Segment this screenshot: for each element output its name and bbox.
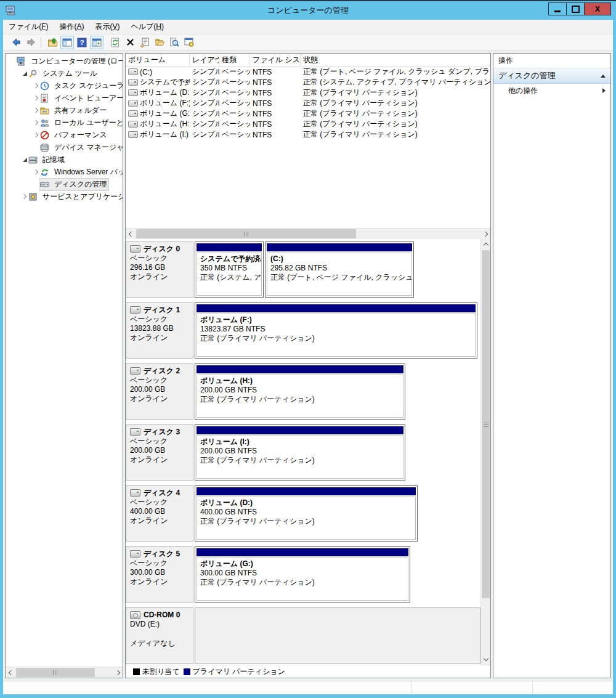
disk-size: 296.16 GB	[130, 263, 189, 272]
layout: シンプル	[190, 67, 219, 77]
actions-more-actions[interactable]: 他の操作	[493, 84, 610, 97]
tree-item[interactable]: 記憶域	[6, 153, 123, 166]
tree-item[interactable]: サービスとアプリケーション	[6, 190, 123, 203]
menu-item-0[interactable]: ファイル(F)	[3, 20, 54, 34]
menu-item-3[interactable]: ヘルプ(H)	[126, 20, 170, 34]
find-icon[interactable]	[168, 36, 181, 49]
column-header-2[interactable]: 種類	[219, 54, 250, 66]
disk-info[interactable]: ディスク 5ベーシック300.00 GBオンライン	[126, 546, 193, 603]
volume-row[interactable]: システムで予約済みシンプルベーシックNTFS正常 (システム, アクティブ, プ…	[126, 77, 490, 87]
tree-item[interactable]: 共有フォルダー	[6, 104, 123, 116]
disk-type: ベーシック	[130, 559, 189, 568]
tree-item[interactable]: ディスクの管理	[6, 178, 123, 190]
expand-arrow-icon[interactable]	[33, 108, 40, 112]
volume-row[interactable]: ボリューム (H:)シンプルベーシックNTFS正常 (プライマリ パーティション…	[126, 119, 490, 129]
partition[interactable]: ボリューム (G:)300.00 GB NTFS正常 (プライマリ パーティショ…	[195, 546, 410, 603]
disk-row: ディスク 2ベーシック200.00 GBオンラインボリューム (H:)200.0…	[126, 363, 480, 420]
disk-info[interactable]: ディスク 0ベーシック296.16 GBオンライン	[126, 241, 193, 298]
column-header-3[interactable]: ファイル システム	[250, 54, 301, 66]
column-header-1[interactable]: レイアウト	[190, 54, 219, 66]
partition[interactable]: システムで予約済み350 MB NTFS正常 (システム, アクティブ, プライ…	[195, 241, 264, 298]
close-button[interactable]: X	[584, 2, 611, 15]
title-bar[interactable]: コンピューターの管理 X	[0, 1, 616, 20]
actions-section-disk-management[interactable]: ディスクの管理	[493, 68, 610, 84]
cdrom-info[interactable]: CD-ROM 0DVD (E:)メディアなし	[126, 607, 193, 664]
disk-vscroll-thumb[interactable]	[482, 250, 490, 598]
cdrom-icon	[130, 611, 140, 619]
tree-item[interactable]: コンピューターの管理 (ローカル)	[6, 55, 123, 67]
tree-item[interactable]: システム ツール	[6, 67, 123, 79]
tree-hscroll-thumb[interactable]	[16, 668, 95, 677]
menu-item-1[interactable]: 操作(A)	[54, 20, 89, 34]
disk-view-vertical-scrollbar[interactable]	[480, 239, 490, 665]
collapse-icon[interactable]	[601, 75, 606, 78]
help-icon[interactable]: ?	[75, 36, 89, 49]
tree-item[interactable]: タスク スケジューラ	[6, 79, 123, 92]
disk-info[interactable]: ディスク 1ベーシック13823.88 GBオンライン	[126, 302, 193, 359]
open-folder-icon[interactable]	[153, 36, 166, 49]
volume-icon	[128, 68, 138, 75]
tree-horizontal-scrollbar[interactable]	[6, 667, 123, 678]
tree-item[interactable]: イベント ビューアー	[6, 92, 123, 104]
up-folder-icon[interactable]	[46, 36, 59, 49]
tree-item[interactable]: Windows Server バックアップ	[6, 166, 123, 178]
collapse-arrow-icon[interactable]	[21, 158, 28, 162]
disk-info[interactable]: ディスク 3ベーシック200.00 GBオンライン	[126, 424, 193, 481]
volume-row[interactable]: ボリューム (I:)シンプルベーシックNTFS正常 (プライマリ パーティション…	[126, 129, 490, 140]
menu-item-2[interactable]: 表示(V)	[89, 20, 125, 34]
partition[interactable]: ボリューム (F:)13823.87 GB NTFS正常 (プライマリ パーティ…	[195, 302, 477, 359]
scroll-down-icon[interactable]	[481, 654, 490, 665]
collapse-arrow-icon[interactable]	[21, 71, 28, 76]
volume-row[interactable]: (C:)シンプルベーシックNTFS正常 (ブート, ページ ファイル, クラッシ…	[126, 67, 490, 77]
partition[interactable]: ボリューム (H:)200.00 GB NTFS正常 (プライマリ パーティショ…	[195, 363, 405, 420]
scroll-right-icon[interactable]	[480, 229, 490, 239]
expand-arrow-icon[interactable]	[21, 195, 28, 198]
partition[interactable]: (C:)295.82 GB NTFS正常 (ブート, ページ ファイル, クラッ…	[265, 241, 414, 298]
volume-row[interactable]: ボリューム (D:)シンプルベーシックNTFS正常 (プライマリ パーティション…	[126, 87, 490, 98]
minimize-icon	[554, 10, 561, 12]
status: 正常 (プライマリ パーティション)	[301, 119, 490, 129]
disk-info[interactable]: ディスク 4ベーシック400.00 GBオンライン	[126, 485, 193, 542]
actions-pane: 操作 ディスクの管理 他の操作	[493, 53, 611, 678]
properties-icon[interactable]	[138, 36, 152, 49]
column-header-0[interactable]: ボリューム	[126, 54, 190, 66]
volume-hscroll-thumb[interactable]	[136, 229, 356, 238]
disk-info[interactable]: ディスク 2ベーシック200.00 GBオンライン	[126, 363, 193, 420]
volume-row[interactable]: ボリューム (F:)シンプルベーシックNTFS正常 (プライマリ パーティション…	[126, 98, 490, 108]
tree-item[interactable]: パフォーマンス	[6, 129, 123, 141]
scroll-up-icon[interactable]	[481, 239, 490, 250]
toolbar: ?	[3, 34, 613, 51]
tree-item[interactable]: ローカル ユーザーとグループ	[6, 116, 123, 129]
volume-list-horizontal-scrollbar[interactable]	[126, 228, 490, 239]
console-settings-icon[interactable]	[182, 36, 196, 49]
disk-icon	[130, 428, 140, 436]
tree-item-label: パフォーマンス	[52, 129, 109, 141]
expand-arrow-icon[interactable]	[33, 133, 40, 137]
scroll-left-icon[interactable]	[126, 229, 136, 239]
refresh-icon[interactable]	[108, 36, 122, 49]
partition[interactable]: ボリューム (I:)200.00 GB NTFS正常 (プライマリ パーティショ…	[195, 424, 405, 481]
partition[interactable]: ボリューム (D:)400.00 GB NTFS正常 (プライマリ パーティショ…	[195, 485, 418, 542]
expand-arrow-icon[interactable]	[33, 96, 40, 100]
maximize-button[interactable]	[566, 2, 585, 15]
scroll-left-icon[interactable]	[6, 667, 16, 678]
disk-row: ディスク 3ベーシック200.00 GBオンラインボリューム (I:)200.0…	[126, 424, 480, 481]
tree-item[interactable]: デバイス マネージャー	[6, 141, 123, 153]
delete-icon[interactable]	[123, 36, 137, 49]
minimize-button[interactable]	[548, 2, 567, 15]
expand-arrow-icon[interactable]	[33, 170, 40, 174]
show-action-pane-icon[interactable]	[90, 36, 103, 49]
column-header-4[interactable]: 状態	[301, 54, 490, 66]
disk-management-icon	[40, 180, 50, 189]
expand-arrow-icon[interactable]	[33, 121, 40, 124]
forward-icon[interactable]	[24, 36, 38, 49]
back-icon[interactable]	[9, 36, 23, 49]
work-area: コンピューターの管理 (ローカル)システム ツールタスク スケジューライベント …	[3, 51, 613, 681]
scroll-right-icon[interactable]	[112, 667, 123, 678]
partition-label: (C:)	[270, 254, 408, 264]
volume-icon	[128, 89, 138, 96]
partition-status: 正常 (プライマリ パーティション)	[200, 578, 405, 587]
expand-arrow-icon[interactable]	[33, 84, 40, 87]
show-console-tree-icon[interactable]	[60, 36, 74, 49]
volume-row[interactable]: ボリューム (G:)シンプルベーシックNTFS正常 (プライマリ パーティション…	[126, 108, 490, 119]
